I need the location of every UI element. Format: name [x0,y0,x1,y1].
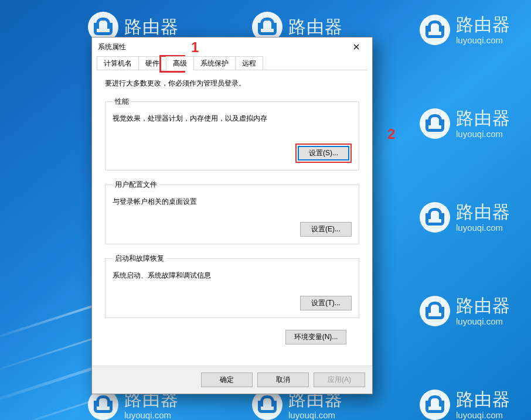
watermark-url: luyouqi.com [456,223,510,232]
close-icon [353,44,359,50]
fieldset-performance: 性能 视觉效果，处理器计划，内存使用，以及虚拟内存 设置(S)... [105,97,359,170]
watermark-title: 路由器 [456,203,510,221]
watermark-url: luyouqi.com [456,411,510,419]
router-lock-icon [420,202,450,233]
router-lock-icon [420,15,450,45]
highlight-box-2: 设置(S)... [295,144,352,163]
user-profiles-desc: 与登录帐户相关的桌面设置 [113,197,352,207]
watermark-title: 路由器 [456,391,510,408]
tabstrip: 计算机名 硬件 高级 系统保护 远程 [97,56,367,70]
titlebar[interactable]: 系统属性 [92,37,372,56]
router-lock-icon [420,296,450,326]
watermark-title: 路由器 [124,18,179,36]
tab-remote[interactable]: 远程 [235,56,263,70]
tab-advanced[interactable]: 高级 [166,56,194,71]
close-button[interactable] [345,40,367,54]
watermark-url: luyouqi.com [456,317,510,326]
legend-user-profiles: 用户配置文件 [113,180,159,190]
legend-startup-recovery: 启动和故障恢复 [113,254,166,264]
tab-computer-name[interactable]: 计算机名 [97,56,139,70]
system-properties-dialog: 系统属性 计算机名 硬件 高级 系统保护 远程 要进行大多数更改，你必须作为管理… [91,37,373,394]
watermark-title: 路由器 [456,110,510,127]
router-lock-icon [420,390,450,420]
watermark-url: luyouqi.com [124,411,179,419]
environment-variables-button[interactable]: 环境变量(N)... [285,330,346,344]
fieldset-startup-recovery: 启动和故障恢复 系统启动、系统故障和调试信息 设置(T)... [105,254,359,318]
dialog-footer: 确定 取消 应用(A) [92,366,372,394]
tab-system-protection[interactable]: 系统保护 [193,56,236,70]
legend-performance: 性能 [113,97,131,107]
tab-content-advanced: 要进行大多数更改，你必须作为管理员登录。 性能 视觉效果，处理器计划，内存使用，… [92,70,372,350]
admin-note: 要进行大多数更改，你必须作为管理员登录。 [105,78,359,88]
watermark-title: 路由器 [456,297,510,315]
marker-number-2: 2 [387,126,395,142]
startup-recovery-settings-button[interactable]: 设置(T)... [300,296,352,310]
fieldset-user-profiles: 用户配置文件 与登录帐户相关的桌面设置 设置(E)... [105,180,359,244]
performance-settings-button[interactable]: 设置(S)... [298,146,349,161]
apply-button[interactable]: 应用(A) [314,373,365,387]
startup-recovery-desc: 系统启动、系统故障和调试信息 [113,271,352,281]
ok-button[interactable]: 确定 [201,373,253,387]
dialog-title: 系统属性 [98,42,126,52]
tab-hardware[interactable]: 硬件 [138,56,166,70]
watermark-title: 路由器 [456,16,510,33]
watermark-url: luyouqi.com [456,129,510,138]
router-lock-icon [420,108,450,139]
cancel-button[interactable]: 取消 [257,373,309,387]
watermark-url: luyouqi.com [456,36,510,45]
watermark-url: luyouqi.com [288,411,343,419]
watermark-title: 路由器 [288,18,343,36]
performance-desc: 视觉效果，处理器计划，内存使用，以及虚拟内存 [113,114,352,124]
user-profiles-settings-button[interactable]: 设置(E)... [300,222,352,237]
